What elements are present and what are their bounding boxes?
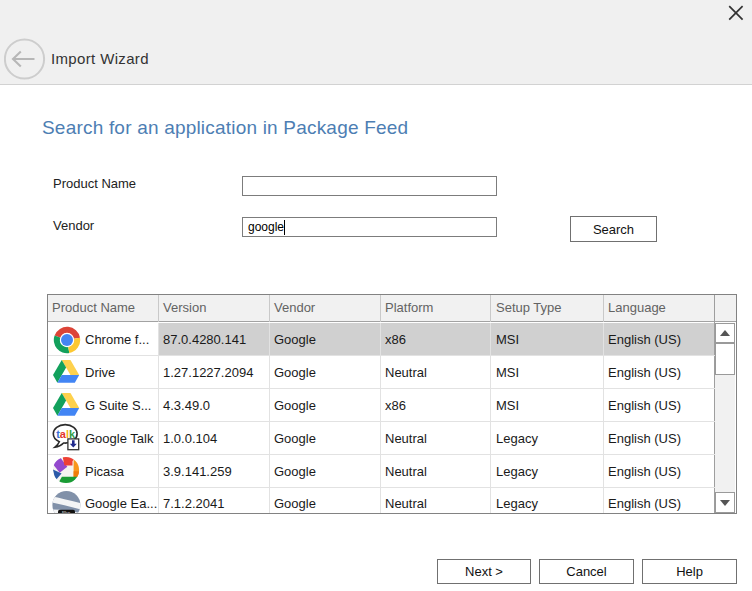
svg-text:Plus: Plus (62, 510, 71, 513)
